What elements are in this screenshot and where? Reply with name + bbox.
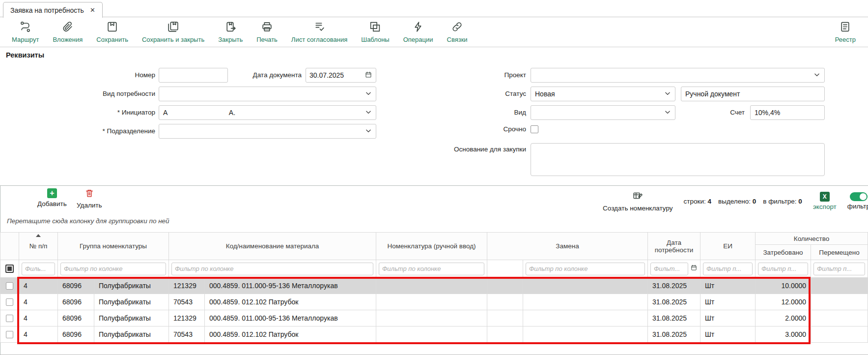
- cell-replacement[interactable]: [523, 278, 648, 294]
- cell-manual-nomenclature[interactable]: [376, 310, 487, 326]
- filter-npp-input[interactable]: [22, 263, 55, 275]
- toolbar-button-attachments[interactable]: Вложения: [49, 18, 86, 44]
- create-nomenclature-button[interactable]: Создать номенклатуру: [603, 190, 672, 212]
- cell-replacement-code[interactable]: [487, 326, 523, 343]
- project-select[interactable]: [531, 68, 825, 83]
- row-checkbox[interactable]: [6, 315, 13, 322]
- header-manual-nomenclature[interactable]: Номенклатура (ручной ввод): [376, 233, 487, 260]
- filter-need-date-input[interactable]: [650, 263, 688, 275]
- urgent-checkbox[interactable]: [531, 125, 538, 133]
- cell-material-code[interactable]: 121329: [169, 310, 205, 326]
- cell-manual-nomenclature[interactable]: [376, 278, 487, 294]
- cell-need-date[interactable]: 31.08.2025: [648, 278, 700, 294]
- row-checkbox[interactable]: [6, 282, 13, 290]
- cell-unit[interactable]: Шт: [700, 294, 756, 310]
- filter-group-input[interactable]: [60, 263, 166, 275]
- toolbar-button-registry[interactable]: Реестр: [831, 18, 860, 44]
- cell-material-code[interactable]: 70543: [169, 326, 205, 343]
- delete-row-button[interactable]: Удалить: [77, 188, 102, 209]
- cell-material-code[interactable]: 70543: [169, 294, 205, 310]
- cell-group-name[interactable]: Полуфабрикаты: [94, 294, 169, 310]
- cell-npp[interactable]: 4: [19, 310, 58, 326]
- status-select[interactable]: Новая: [531, 87, 675, 101]
- row-checkbox[interactable]: [6, 331, 13, 338]
- cell-material-name[interactable]: 000.4859. 011.000-95-136 Металлорукав: [205, 278, 376, 294]
- cell-group-name[interactable]: Полуфабрикаты: [94, 278, 169, 294]
- document-tab[interactable]: Заявка на потребность ✕: [3, 2, 103, 18]
- doc-date-input[interactable]: 30.07.2025: [306, 68, 376, 83]
- filter-requested-input[interactable]: [758, 263, 808, 275]
- close-tab-icon[interactable]: ✕: [90, 6, 95, 14]
- account-input[interactable]: [750, 105, 825, 120]
- toolbar-button-links[interactable]: Связки: [443, 18, 472, 44]
- header-moved[interactable]: Перемещено: [811, 245, 868, 260]
- cell-material-name[interactable]: 000.4859. 011.000-95-136 Металлорукав: [205, 310, 376, 326]
- calendar-icon[interactable]: [364, 71, 372, 80]
- need-type-select[interactable]: [159, 87, 376, 101]
- row-checkbox[interactable]: [6, 298, 13, 306]
- number-input[interactable]: [159, 68, 228, 83]
- cell-npp[interactable]: 4: [19, 278, 58, 294]
- filter-moved-input[interactable]: [813, 263, 865, 275]
- cell-replacement-code[interactable]: [487, 278, 523, 294]
- filter-material-input[interactable]: [171, 263, 373, 275]
- cell-replacement-code[interactable]: [487, 294, 523, 310]
- toolbar-button-print[interactable]: Печать: [252, 18, 281, 44]
- toolbar-button-save-close[interactable]: Сохранить и закрыть: [138, 18, 208, 44]
- department-select[interactable]: [159, 124, 376, 139]
- cell-material-name[interactable]: 000.4859. 012.102 Патрубок: [205, 326, 376, 343]
- cell-moved[interactable]: [811, 326, 868, 343]
- cell-npp[interactable]: 4: [19, 294, 58, 310]
- cell-unit[interactable]: Шт: [700, 278, 756, 294]
- cell-replacement[interactable]: [523, 310, 648, 326]
- export-excel-button[interactable]: X экспорт: [813, 192, 837, 210]
- cell-requested[interactable]: 10.0000: [756, 278, 811, 294]
- cell-group-code[interactable]: 68096: [58, 294, 94, 310]
- cell-moved[interactable]: [811, 294, 868, 310]
- cell-requested[interactable]: 2.0000: [756, 310, 811, 326]
- header-nomenclature-group[interactable]: Группа номенклатуры: [58, 233, 169, 260]
- cell-moved[interactable]: [811, 310, 868, 326]
- cell-unit[interactable]: Шт: [700, 310, 756, 326]
- cell-replacement[interactable]: [523, 326, 648, 343]
- add-row-button[interactable]: + Добавить: [37, 188, 67, 207]
- cell-group-code[interactable]: 68096: [58, 278, 94, 294]
- cell-group-code[interactable]: 68096: [58, 310, 94, 326]
- select-all-checkbox[interactable]: [5, 265, 14, 273]
- purchase-reason-textarea[interactable]: [531, 143, 825, 176]
- kind-select[interactable]: [531, 105, 675, 120]
- cell-requested[interactable]: 3.0000: [756, 326, 811, 343]
- header-replacement[interactable]: Замена: [487, 233, 648, 260]
- cell-manual-nomenclature[interactable]: [376, 326, 487, 343]
- cell-group-code[interactable]: 68096: [58, 326, 94, 343]
- toolbar-button-operations[interactable]: Операции: [399, 18, 437, 44]
- filter-replacement-input[interactable]: [526, 263, 645, 275]
- cell-material-code[interactable]: 121329: [169, 278, 205, 294]
- cell-replacement-code[interactable]: [487, 310, 523, 326]
- header-npp[interactable]: № п/п: [19, 233, 58, 260]
- cell-group-name[interactable]: Полуфабрикаты: [94, 326, 169, 343]
- cell-material-name[interactable]: 000.4859. 012.102 Патрубок: [205, 294, 376, 310]
- filter-toggle[interactable]: [850, 192, 868, 201]
- filter-manual-nomenclature-input[interactable]: [379, 263, 484, 275]
- toolbar-button-templates[interactable]: Шаблоны: [357, 18, 393, 44]
- cell-unit[interactable]: Шт: [700, 326, 756, 343]
- toolbar-button-save[interactable]: Сохранить: [92, 18, 132, 44]
- cell-need-date[interactable]: 31.08.2025: [648, 326, 700, 343]
- initiator-select[interactable]: А А.: [159, 105, 376, 120]
- toolbar-button-approval-sheet[interactable]: Лист согласования: [287, 18, 351, 44]
- header-requested[interactable]: Затребовано: [756, 245, 811, 260]
- cell-need-date[interactable]: 31.08.2025: [648, 294, 700, 310]
- toolbar-button-route[interactable]: Маршрут: [8, 18, 43, 44]
- header-material[interactable]: Код/наименование материала: [169, 233, 376, 260]
- cell-npp[interactable]: 4: [19, 326, 58, 343]
- cell-manual-nomenclature[interactable]: [376, 294, 487, 310]
- header-unit[interactable]: ЕИ: [700, 233, 756, 260]
- cell-moved[interactable]: [811, 278, 868, 294]
- cell-requested[interactable]: 12.0000: [756, 294, 811, 310]
- cell-group-name[interactable]: Полуфабрикаты: [94, 310, 169, 326]
- calendar-icon[interactable]: [690, 264, 698, 273]
- cell-need-date[interactable]: 31.08.2025: [648, 310, 700, 326]
- filter-unit-input[interactable]: [703, 263, 753, 275]
- toolbar-button-close[interactable]: Закрыть: [214, 18, 247, 44]
